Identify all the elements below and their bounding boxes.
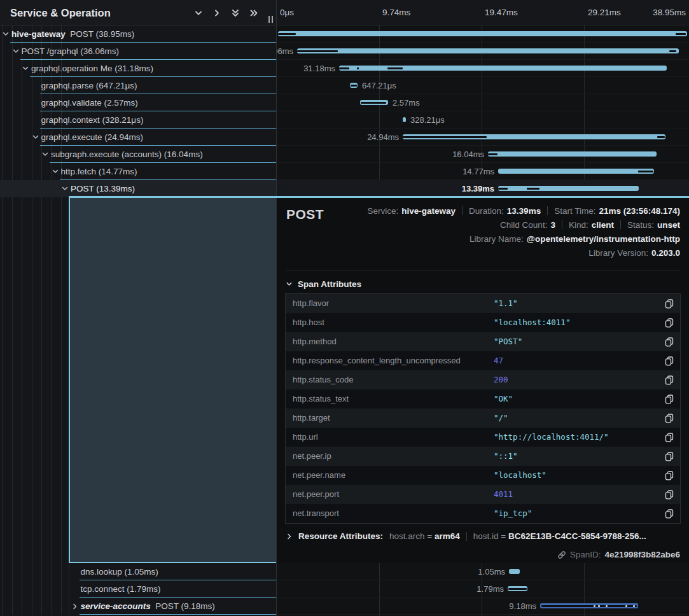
copy-icon[interactable]	[665, 509, 674, 519]
copy-icon[interactable]	[665, 433, 674, 442]
span-name-label: graphql.validate (2.57ms)	[41, 94, 138, 111]
event-dot	[625, 605, 627, 607]
self-time-mark	[297, 50, 338, 52]
chevron-down-icon[interactable]	[193, 8, 204, 18]
span-name-label: POST /graphql (36.06ms)	[22, 43, 120, 60]
resource-attributes-row[interactable]: Resource Attributes:host.arch = arm64hos…	[286, 531, 646, 541]
attribute-key: net.peer.port	[293, 485, 339, 504]
meta-label: Child Count:	[500, 220, 547, 230]
self-time-mark	[403, 136, 487, 138]
chevron-down-icon[interactable]	[22, 65, 29, 73]
event-dot	[598, 605, 600, 607]
link-icon[interactable]	[557, 550, 566, 559]
copy-icon[interactable]	[665, 356, 674, 366]
copy-icon[interactable]	[665, 337, 674, 347]
event-dot	[633, 605, 635, 607]
column-resizer[interactable]	[268, 16, 273, 23]
timeline-row[interactable]: 24.94ms	[277, 129, 689, 146]
attribute-row: http.url"http://localhost:4011/"	[286, 428, 680, 447]
chevron-down-icon[interactable]	[52, 168, 59, 176]
chevron-right-icon[interactable]	[212, 8, 222, 18]
tree-row[interactable]: graphql.parse (647.21μs)	[0, 77, 277, 94]
span-bar[interactable]	[488, 151, 657, 157]
timeline-row[interactable]: 13.39ms	[277, 180, 689, 197]
duration-label: 16.04ms	[452, 146, 484, 163]
attribute-value: "localhost"	[494, 466, 546, 485]
tree-row[interactable]: tcp.connect (1.79ms)	[0, 580, 277, 598]
copy-icon[interactable]	[665, 490, 674, 500]
span-bar[interactable]	[278, 31, 687, 36]
attribute-key: http.host	[293, 313, 324, 332]
attribute-value: 200	[494, 370, 508, 389]
attribute-value: "::1"	[494, 447, 518, 466]
timeline-row[interactable]: 14.77ms	[277, 163, 689, 180]
span-bar[interactable]	[498, 169, 654, 174]
chevron-down-icon[interactable]	[32, 134, 39, 141]
copy-icon[interactable]	[665, 414, 674, 423]
attribute-row: net.peer.ip"::1"	[286, 447, 680, 466]
span-meta-line: Library Name:@opentelemetry/instrumentat…	[470, 232, 680, 246]
tree-row[interactable]: hive-gateway POST (38.95ms)	[0, 25, 277, 43]
span-bar[interactable]	[360, 100, 388, 105]
timeline-row[interactable]: 647.21μs	[277, 77, 689, 94]
tree-row[interactable]: graphql.context (328.21μs)	[0, 111, 277, 129]
tree-row[interactable]: POST /graphql (36.06ms)	[0, 43, 277, 60]
timeline-row[interactable]: 328.21μs	[277, 111, 689, 129]
double-chevron-down-icon[interactable]	[230, 8, 240, 18]
timeline-row[interactable]: 2.57ms	[277, 94, 689, 111]
attribute-row: net.peer.port4011	[286, 485, 680, 504]
span-bar[interactable]	[297, 48, 679, 53]
copy-icon[interactable]	[665, 318, 674, 328]
tree-row[interactable]: graphql.operation Me (31.18ms)	[0, 60, 277, 77]
chevron-right-icon[interactable]	[71, 603, 79, 610]
attribute-row: http.status_code200	[286, 370, 680, 389]
tree-row[interactable]: dns.lookup (1.05ms)	[0, 563, 277, 580]
tree-row[interactable]: graphql.validate (2.57ms)	[0, 94, 277, 111]
copy-icon[interactable]	[665, 452, 674, 461]
span-bar[interactable]	[498, 186, 639, 191]
timeline-row[interactable]: 36.06ms	[277, 43, 689, 60]
tree-row[interactable]: POST (13.39ms)	[0, 180, 277, 197]
span-bar[interactable]	[540, 603, 638, 608]
timeline-row[interactable]: 9.18ms	[277, 598, 689, 615]
duration-label: 2.57ms	[393, 94, 420, 111]
copy-icon[interactable]	[665, 299, 674, 309]
meta-label: Status:	[627, 220, 654, 230]
double-chevron-right-icon[interactable]	[249, 8, 259, 18]
copy-icon[interactable]	[665, 375, 674, 385]
span-bar[interactable]	[339, 66, 667, 71]
tree-row[interactable]: graphql.execute (24.94ms)	[0, 129, 277, 146]
timeline-row[interactable]: 31.18ms	[277, 60, 689, 77]
span-bar[interactable]	[350, 83, 358, 88]
chevron-right-icon	[286, 533, 293, 540]
timeline-row[interactable]: 1.79ms	[277, 580, 689, 598]
attribute-key: net.transport	[293, 504, 339, 523]
span-meta: Service:hive-gatewayDuration:13.39msStar…	[367, 204, 680, 260]
meta-value: client	[592, 220, 614, 230]
chevron-down-icon[interactable]	[2, 31, 10, 38]
meta-value: unset	[657, 220, 680, 230]
span-bar[interactable]	[403, 134, 665, 139]
meta-separator	[462, 206, 463, 215]
copy-icon[interactable]	[665, 395, 674, 404]
span-id-label: SpanID:	[570, 550, 601, 559]
timeline-row[interactable]	[277, 25, 689, 43]
panel-divider[interactable]	[276, 0, 277, 616]
copy-icon[interactable]	[665, 471, 674, 480]
chevron-down-icon[interactable]	[12, 48, 20, 55]
attribute-value: "POST"	[494, 332, 522, 351]
chevron-down-icon[interactable]	[41, 151, 49, 158]
timeline-row[interactable]: 16.04ms	[277, 146, 689, 163]
span-bar[interactable]	[403, 117, 406, 122]
self-time-mark	[657, 136, 665, 138]
tree-row[interactable]: http.fetch (14.77ms)	[0, 163, 277, 180]
span-name-label: service-accounts POST (9.18ms)	[81, 598, 215, 615]
span-bar[interactable]	[508, 586, 527, 591]
chevron-down-icon[interactable]	[61, 185, 69, 193]
span-bar[interactable]	[509, 569, 520, 574]
span-attributes-header[interactable]: Span Attributes	[286, 279, 361, 289]
tree-header-actions	[193, 0, 259, 25]
tree-row[interactable]: service-accounts POST (9.18ms)	[0, 598, 277, 615]
timeline-row[interactable]: 1.05ms	[277, 563, 689, 580]
tree-row[interactable]: subgraph.execute (accounts) (16.04ms)	[0, 146, 277, 163]
